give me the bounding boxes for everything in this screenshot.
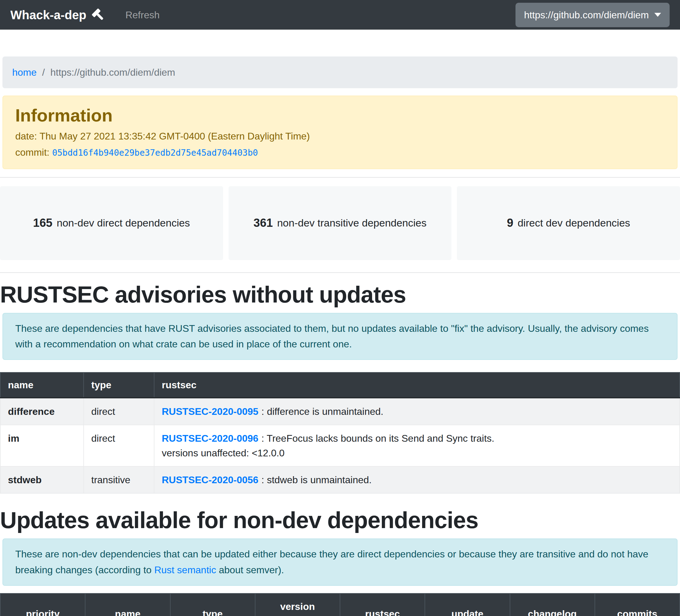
table-row: im direct RUSTSEC-2020-0096: TreeFocus l…	[0, 425, 680, 467]
dep-type-cell: direct	[84, 425, 154, 467]
repo-dropdown-label: https://github.com/diem/diem	[524, 8, 649, 22]
stat-label: direct dev dependencies	[518, 215, 630, 231]
stat-card-direct-deps: 165 non-dev direct dependencies	[0, 186, 223, 260]
column-header-name: name	[0, 372, 84, 398]
rustsec-cell: RUSTSEC-2020-0056: stdweb is unmaintaine…	[154, 467, 680, 493]
advisories-table: name type rustsec difference direct RUST…	[0, 372, 680, 494]
section-title-updates: Updates available for non-dev dependenci…	[0, 507, 680, 533]
column-header-commits: commits	[595, 593, 680, 616]
stat-value: 9	[507, 214, 513, 232]
column-header-priority: priority	[0, 593, 85, 616]
rustsec-cell: RUSTSEC-2020-0096: TreeFocus lacks bound…	[154, 425, 680, 467]
rust-semantic-link[interactable]: Rust semantic	[154, 564, 216, 576]
updates-description-text: about semver).	[216, 564, 284, 576]
breadcrumb-current: https://github.com/diem/diem	[50, 65, 175, 80]
dep-name-cell: im	[0, 425, 84, 467]
stat-label: non-dev direct dependencies	[57, 215, 190, 231]
divider-top	[0, 177, 680, 178]
stat-label: non-dev transitive dependencies	[277, 215, 427, 231]
commit-hash-link[interactable]: 05bdd16f4b940e29be37edb2d75e45ad704403b0	[52, 148, 258, 158]
table-row: stdweb transitive RUSTSEC-2020-0056: std…	[0, 467, 680, 493]
date-value: Thu May 27 2021 13:35:42 GMT-0400 (Easte…	[39, 131, 310, 142]
stat-value: 361	[254, 214, 273, 232]
updates-description-text: These are non-dev dependencies that can …	[15, 549, 648, 575]
rustsec-cell: RUSTSEC-2020-0095: difference is unmaint…	[154, 398, 680, 425]
column-header-type: type	[84, 372, 154, 398]
information-panel: Information date: Thu May 27 2021 13:35:…	[2, 95, 678, 169]
dep-name-cell: difference	[0, 398, 84, 425]
column-header-rustsec: rustsec	[340, 593, 425, 616]
commit-line: commit: 05bdd16f4b940e29be37edb2d75e45ad…	[15, 145, 665, 159]
rustsec-description: : difference is unmaintained.	[261, 406, 384, 417]
rustsec-description: : stdweb is unmaintained.	[261, 474, 372, 485]
column-header-update: update	[425, 593, 510, 616]
divider-bottom	[0, 272, 680, 273]
hammer-icon	[91, 8, 105, 22]
dep-name-cell: stdweb	[0, 467, 84, 493]
updates-table: priority name type version change rustse…	[0, 593, 680, 616]
navbar: Whack-a-dep Refresh https://github.com/d…	[0, 0, 680, 30]
advisories-description: These are dependencies that have RUST ad…	[2, 313, 678, 360]
dep-type-cell: transitive	[84, 467, 154, 493]
rustsec-advisory-link[interactable]: RUSTSEC-2020-0095	[162, 406, 258, 417]
column-header-name: name	[85, 593, 170, 616]
stat-card-transitive-deps: 361 non-dev transitive dependencies	[229, 186, 452, 260]
updates-header-row: priority name type version change rustse…	[0, 593, 680, 616]
stats-row: 165 non-dev direct dependencies 361 non-…	[0, 186, 680, 260]
information-title: Information	[15, 105, 665, 125]
repo-dropdown-button[interactable]: https://github.com/diem/diem	[515, 3, 670, 27]
refresh-link[interactable]: Refresh	[125, 8, 160, 22]
rustsec-advisory-link[interactable]: RUSTSEC-2020-0096	[162, 433, 258, 444]
stat-value: 165	[33, 214, 52, 232]
dep-type-cell: direct	[84, 398, 154, 425]
table-row: difference direct RUSTSEC-2020-0095: dif…	[0, 398, 680, 425]
column-header-rustsec: rustsec	[154, 372, 680, 398]
column-header-type: type	[170, 593, 255, 616]
advisories-header-row: name type rustsec	[0, 372, 680, 398]
breadcrumb-separator: /	[42, 65, 45, 80]
stat-card-dev-deps: 9 direct dev dependencies	[457, 186, 680, 260]
breadcrumb: home / https://github.com/diem/diem	[2, 56, 678, 88]
section-title-advisories: RUSTSEC advisories without updates	[0, 281, 680, 307]
column-header-version-change: version change	[255, 593, 340, 616]
caret-down-icon	[654, 13, 661, 17]
rustsec-advisory-link[interactable]: RUSTSEC-2020-0056	[162, 474, 258, 485]
commit-label: commit:	[15, 147, 50, 158]
app-brand[interactable]: Whack-a-dep	[10, 6, 105, 24]
rustsec-extra: versions unaffected: <12.0.0	[162, 446, 672, 460]
date-label: date:	[15, 131, 37, 142]
breadcrumb-home-link[interactable]: home	[12, 65, 37, 80]
column-header-changelog: changelog	[510, 593, 595, 616]
app-brand-label: Whack-a-dep	[10, 6, 86, 24]
date-line: date: Thu May 27 2021 13:35:42 GMT-0400 …	[15, 129, 665, 143]
rustsec-description: : TreeFocus lacks bounds on its Send and…	[261, 433, 494, 444]
updates-description: These are non-dev dependencies that can …	[2, 538, 678, 586]
